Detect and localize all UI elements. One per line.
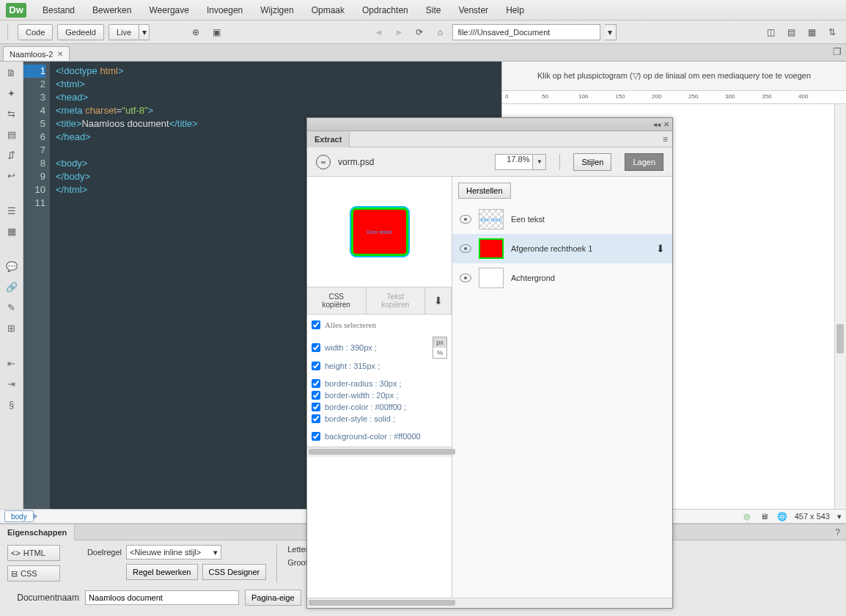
css-copy-tab[interactable]: CSSkopiëren <box>307 287 367 314</box>
help-icon[interactable]: ? <box>829 527 846 538</box>
menu-weergave[interactable]: Weergave <box>141 2 196 18</box>
extract-panel: ◂◂ ✕ Extract ≡ ∞ vorm.psd 17.8% ▼ Stijle… <box>306 117 673 609</box>
grid-icon[interactable]: ▦ <box>4 224 19 238</box>
format-icon[interactable]: § <box>4 397 19 411</box>
refresh-icon[interactable]: ⟳ <box>411 24 427 40</box>
unit-toggle[interactable]: px% <box>433 337 447 359</box>
select-all-checkbox[interactable] <box>312 320 320 329</box>
brush-icon[interactable]: ✎ <box>4 301 19 314</box>
code-toolbar: 🗎 ✦ ⇆ ▤ ⇵ ↩ ☰ ▦ 💬 🔗 ✎ ⊞ ⇤ ⇥ § <box>0 62 23 509</box>
menu-invoegen[interactable]: Invoegen <box>199 2 250 18</box>
menu-opmaak[interactable]: Opmaak <box>304 2 352 18</box>
restore-window-icon[interactable]: ❐ <box>833 46 842 57</box>
zoom-dropdown[interactable]: ▼ <box>533 154 546 170</box>
document-tabs: Naamloos-2 ✕ ❐ <box>0 44 846 62</box>
panel-toggle-2-icon[interactable]: ▤ <box>783 24 799 40</box>
menu-site[interactable]: Site <box>419 2 449 18</box>
code-content[interactable]: <!doctype html><html><head><meta charset… <box>50 62 204 509</box>
menu-opdrachten[interactable]: Opdrachten <box>355 2 416 18</box>
layer-thumb: Een tekst <box>479 209 504 230</box>
collapse-panel-icon[interactable]: ◂◂ <box>653 120 661 128</box>
link-icon[interactable]: 🔗 <box>4 280 19 293</box>
view-code-button[interactable]: Code <box>18 24 53 40</box>
home-icon[interactable]: ⌂ <box>432 24 448 40</box>
prop-checkbox[interactable] <box>312 343 320 352</box>
file-icon[interactable]: 🗎 <box>4 66 19 79</box>
collapse-icon[interactable]: ⇆ <box>4 107 19 120</box>
prop-checkbox[interactable] <box>312 403 320 411</box>
wand-icon[interactable]: ✦ <box>4 87 19 100</box>
prop-checkbox[interactable] <box>312 379 320 388</box>
download-layer-icon[interactable]: ⬇ <box>656 243 665 254</box>
comment-icon[interactable]: 💬 <box>4 260 19 273</box>
close-panel-icon[interactable]: ✕ <box>663 120 669 128</box>
panel-toggle-1-icon[interactable]: ◫ <box>762 24 779 40</box>
extract-tab[interactable]: Extract <box>307 131 350 147</box>
herstellen-button[interactable]: Herstellen <box>458 183 511 199</box>
text-copy-tab[interactable]: Tekstkopiëren <box>367 287 426 314</box>
url-field[interactable]: file:///Unsaved_Document <box>452 24 600 40</box>
panel-menu-icon[interactable]: ≡ <box>658 134 672 144</box>
dimensions-dropdown[interactable]: ▾ <box>837 512 842 521</box>
psd-preview[interactable]: Een tekst <box>307 177 452 287</box>
zoom-input[interactable]: 17.8% <box>495 154 533 170</box>
documentnaam-input[interactable] <box>85 590 239 605</box>
regel-bewerken-button[interactable]: Regel bewerken <box>126 564 198 580</box>
doelregel-label: Doelregel <box>70 548 122 557</box>
layer-row[interactable]: Een tekst Een tekst <box>452 205 672 234</box>
visibility-toggle-icon[interactable] <box>460 274 471 282</box>
download-asset-button[interactable]: ⬇ <box>425 287 452 314</box>
menu-bewerken[interactable]: Bewerken <box>85 2 139 18</box>
wrap-icon[interactable]: ↩ <box>4 169 19 182</box>
crosshair-icon[interactable]: ⊕ <box>188 24 204 40</box>
viewport-dimensions: 457 x 543 <box>795 512 830 521</box>
stijlen-button[interactable]: Stijlen <box>573 153 611 171</box>
preview-scrollbar[interactable] <box>834 104 846 509</box>
visibility-toggle-icon[interactable] <box>460 244 471 253</box>
extract-titlebar[interactable]: ◂◂ ✕ <box>307 118 672 131</box>
nav-forward-icon[interactable]: ► <box>391 24 407 40</box>
layer-row[interactable]: Afgeronde rechthoek 1 ⬇ <box>452 234 672 263</box>
ruler[interactable]: 050100150200250300350400 <box>502 91 846 104</box>
prop-checkbox[interactable] <box>312 391 320 400</box>
menu-help[interactable]: Help <box>499 2 531 18</box>
view-split-button[interactable]: Gedeeld <box>57 24 104 40</box>
extract-bottom-scrollbar[interactable] <box>307 598 672 608</box>
visibility-toggle-icon[interactable] <box>460 215 471 224</box>
css-designer-button[interactable]: CSS Designer <box>202 564 267 580</box>
prop-checkbox[interactable] <box>312 414 320 423</box>
doelregel-select[interactable]: <Nieuwe inline stijl>▾ <box>126 545 221 560</box>
menu-wijzigen[interactable]: Wijzigen <box>253 2 301 18</box>
list-icon[interactable]: ☰ <box>4 204 19 217</box>
outline-icon[interactable]: ▤ <box>4 128 19 141</box>
layer-row[interactable]: Achtergrond <box>452 263 672 293</box>
indent-left-icon[interactable]: ⇤ <box>4 356 19 370</box>
creative-cloud-icon: ∞ <box>316 155 331 169</box>
prop-checkbox[interactable] <box>312 362 320 370</box>
lagen-button[interactable]: Lagen <box>625 153 663 171</box>
device-icon[interactable]: 🖥 <box>759 511 770 521</box>
view-live-button[interactable]: Live <box>108 24 139 40</box>
menu-venster[interactable]: Venster <box>451 2 496 18</box>
file-tab[interactable]: Naamloos-2 ✕ <box>3 46 70 61</box>
indent-right-icon[interactable]: ⇥ <box>4 377 19 390</box>
html-mode-button[interactable]: <>HTML <box>7 545 60 561</box>
tag-icon[interactable]: ⊞ <box>4 321 19 334</box>
panel-toggle-3-icon[interactable]: ▦ <box>803 24 820 40</box>
nav-back-icon[interactable]: ◄ <box>370 24 386 40</box>
css-mode-button[interactable]: ⊟CSS <box>7 565 60 582</box>
menu-bestand[interactable]: Bestand <box>35 2 82 18</box>
url-dropdown[interactable]: ▾ <box>605 24 617 40</box>
prop-checkbox[interactable] <box>312 432 320 441</box>
nav-icon[interactable]: ⇵ <box>4 148 19 161</box>
pagina-eigenschappen-button[interactable]: Pagina-eige <box>245 590 301 606</box>
main-toolbar: Code Gedeeld Live ▾ ⊕ ▣ ◄ ► ⟳ ⌂ file:///… <box>0 21 846 44</box>
inspect-icon[interactable]: ▣ <box>208 24 224 40</box>
view-live-dropdown[interactable]: ▾ <box>139 24 150 40</box>
css-scrollbar[interactable] <box>307 447 452 457</box>
properties-tab[interactable]: Eigenschappen <box>0 524 75 540</box>
close-tab-icon[interactable]: ✕ <box>57 50 63 58</box>
globe-icon[interactable]: 🌐 <box>777 511 787 521</box>
tag-path-body[interactable]: body <box>4 510 34 522</box>
settings-icon[interactable]: ⇅ <box>824 24 840 40</box>
